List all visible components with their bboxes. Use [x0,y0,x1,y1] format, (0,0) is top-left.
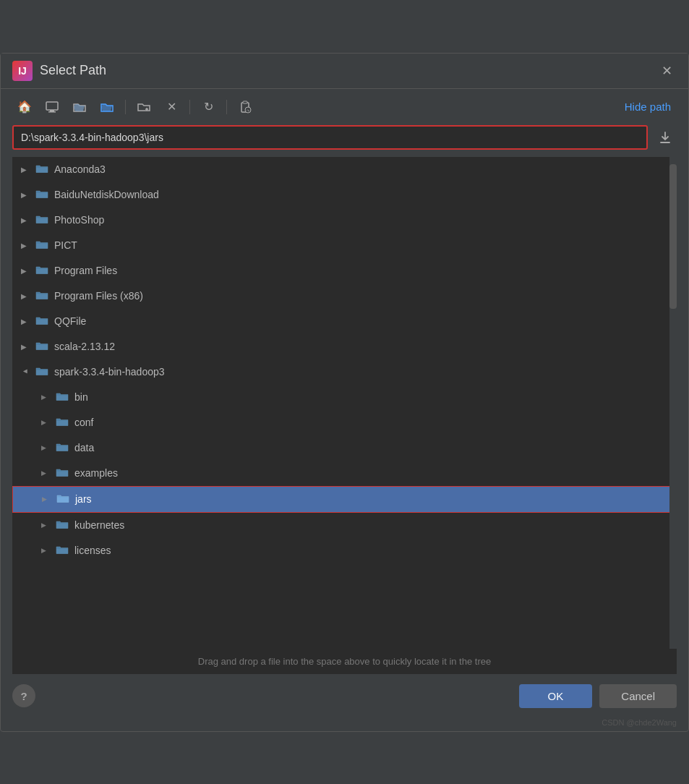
delete-button[interactable]: ✕ [159,96,184,118]
hide-path-button[interactable]: Hide path [619,98,677,116]
chevron-program-files-x86: ▶ [21,292,30,300]
tree-item-label-conf: conf [74,417,668,428]
tree-item-bin[interactable]: ▶bin [12,385,677,410]
svg-rect-1 [50,110,54,111]
folder-icon-qqfile [35,315,48,328]
chevron-jars: ▶ [42,495,51,503]
select-path-dialog: IJ Select Path ✕ 🏠 ✕ ↻ [0,53,689,732]
cancel-button[interactable]: Cancel [599,684,677,708]
path-bar [1,125,688,157]
svg-rect-2 [48,111,56,113]
chevron-bin: ▶ [41,393,50,401]
tree-item-label-pict: PICT [54,239,668,251]
chevron-data: ▶ [41,444,50,451]
chevron-licenses: ▶ [41,547,50,554]
toolbar-sep-3 [226,100,227,114]
tree-item-program-files[interactable]: ▶Program Files [12,258,677,284]
file-tree: ▶Anaconda3▶BaiduNetdiskDownload▶PhotoSho… [12,157,677,649]
folder-icon-examples [56,466,69,480]
svg-rect-0 [46,102,58,110]
tree-item-kubernetes[interactable]: ▶kubernetes [12,513,677,538]
computer-button[interactable] [40,96,64,118]
app-icon: IJ [12,61,33,81]
folder-icon-bin [56,391,69,404]
tree-item-label-examples: examples [74,467,668,479]
tree-item-label-program-files: Program Files [54,265,668,276]
chevron-scala: ▶ [21,343,30,351]
footer-buttons: OK Cancel [519,684,677,708]
tree-item-label-licenses: licenses [74,545,668,556]
tree-item-licenses[interactable]: ▶licenses [12,538,677,563]
download-button[interactable] [654,126,677,149]
folder-icon-spark [35,365,48,379]
clipboard-button[interactable]: ↷ [233,96,257,118]
tree-item-pict[interactable]: ▶PICT [12,233,677,258]
new-folder-button[interactable] [132,96,156,118]
tree-item-label-jars: jars [75,493,667,505]
toolbar-sep-2 [189,100,190,114]
tree-item-label-kubernetes: kubernetes [74,519,668,531]
chevron-conf: ▶ [41,419,50,426]
tree-item-program-files-x86[interactable]: ▶Program Files (x86) [12,284,677,309]
drag-hint: Drag and drop a file into the space abov… [12,649,677,674]
scrollbar-thumb[interactable] [669,164,677,309]
chevron-anaconda3: ▶ [21,166,30,174]
tree-item-data[interactable]: ▶data [12,435,677,461]
tree-item-label-photoshop: PhotoShop [54,214,668,226]
chevron-examples: ▶ [41,469,50,477]
folder-icon-conf [56,416,69,430]
help-button[interactable]: ? [12,684,35,707]
folder-open-button[interactable] [67,96,92,118]
tree-item-scala[interactable]: ▶scala-2.13.12 [12,334,677,359]
tree-item-label-spark: spark-3.3.4-bin-hadoop3 [54,366,668,378]
folder-select-button[interactable] [95,96,119,118]
ok-button[interactable]: OK [519,684,593,708]
chevron-program-files: ▶ [21,267,30,275]
toolbar-sep-1 [125,100,126,114]
tree-item-examples[interactable]: ▶examples [12,461,677,486]
tree-item-label-data: data [74,442,668,453]
folder-icon-baidunetdisk [35,188,48,202]
folder-icon-licenses [56,544,69,558]
tree-item-jars[interactable]: ▶jars [12,486,677,513]
folder-icon-pict [35,239,48,252]
toolbar-left: 🏠 ✕ ↻ ↷ [12,96,257,118]
tree-item-label-scala: scala-2.13.12 [54,341,668,352]
tree-item-baidunetdisk[interactable]: ▶BaiduNetdiskDownload [12,182,677,208]
folder-icon-program-files-x86 [35,289,48,303]
folder-icon-jars [56,493,69,506]
folder-icon-photoshop [35,213,48,227]
tree-item-label-anaconda3: Anaconda3 [54,163,668,175]
chevron-baidunetdisk: ▶ [21,191,30,199]
chevron-photoshop: ▶ [21,216,30,224]
tree-item-label-bin: bin [74,391,668,403]
chevron-kubernetes: ▶ [41,521,50,529]
folder-icon-scala [35,340,48,354]
dialog-title: Select Path [40,63,106,78]
folder-icon-anaconda3 [35,163,48,176]
tree-item-photoshop[interactable]: ▶PhotoShop [12,208,677,233]
tree-item-qqfile[interactable]: ▶QQFile [12,309,677,334]
title-bar-left: IJ Select Path [12,61,106,81]
footer: ? OK Cancel [1,674,688,718]
chevron-pict: ▶ [21,242,30,250]
tree-item-spark[interactable]: ▼spark-3.3.4-bin-hadoop3 [12,359,677,385]
chevron-spark: ▼ [22,367,30,376]
refresh-button[interactable]: ↻ [196,96,221,118]
close-button[interactable]: ✕ [656,61,677,81]
toolbar: 🏠 ✕ ↻ ↷ Hide path [1,89,688,125]
tree-item-conf[interactable]: ▶conf [12,410,677,435]
title-bar: IJ Select Path ✕ [1,54,688,89]
watermark: CSDN @chde2Wang [1,718,688,731]
tree-item-label-qqfile: QQFile [54,315,668,327]
scrollbar[interactable] [669,157,677,649]
tree-item-label-baidunetdisk: BaiduNetdiskDownload [54,189,668,200]
tree-item-anaconda3[interactable]: ▶Anaconda3 [12,157,677,182]
svg-rect-6 [243,101,247,103]
path-input[interactable] [12,125,648,150]
chevron-qqfile: ▶ [21,318,30,325]
tree-item-label-program-files-x86: Program Files (x86) [54,290,668,302]
folder-icon-program-files [35,264,48,278]
home-button[interactable]: 🏠 [12,96,37,118]
folder-icon-data [56,441,69,455]
